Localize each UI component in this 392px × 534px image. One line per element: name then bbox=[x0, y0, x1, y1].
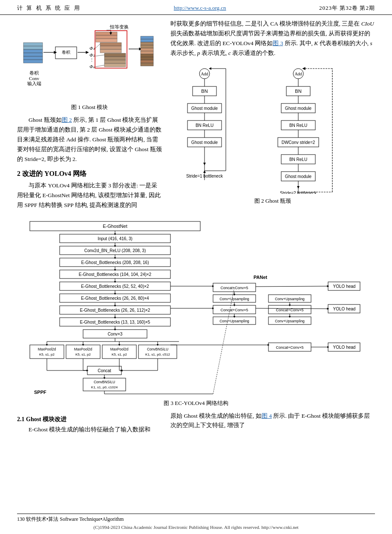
svg-text:BN: BN bbox=[295, 89, 301, 94]
svg-rect-37 bbox=[141, 42, 153, 45]
section21-heading: 2.1 Ghost 模块改进 bbox=[17, 416, 162, 423]
svg-rect-43 bbox=[141, 60, 153, 63]
svg-text:E-GhostNet: E-GhostNet bbox=[103, 224, 127, 229]
svg-rect-23 bbox=[104, 53, 126, 57]
svg-text:⋮: ⋮ bbox=[89, 57, 94, 63]
svg-text:卷积: 卷积 bbox=[29, 70, 39, 75]
svg-text:Ghost module: Ghost module bbox=[285, 174, 312, 179]
svg-text:Input (416, 416, 3): Input (416, 416, 3) bbox=[98, 236, 133, 241]
svg-rect-38 bbox=[141, 45, 153, 48]
svg-rect-8 bbox=[23, 43, 43, 46]
svg-text:输入端: 输入端 bbox=[27, 81, 41, 86]
svg-text:K5, s1, p2: K5, s1, p2 bbox=[39, 353, 55, 356]
right-column: 时获取更多的细节特征信息, 二是引入 CA 模块增强特征的关注度, 三是在 CI… bbox=[170, 19, 375, 213]
svg-text:Concat+Conv×5: Concat+Conv×5 bbox=[220, 308, 248, 312]
figure1-caption: 图 1 Ghost 模块 bbox=[17, 103, 162, 111]
svg-rect-41 bbox=[141, 54, 153, 57]
svg-text:Conv: Conv bbox=[29, 76, 39, 81]
footer-page-info: 130 软件技术•算法 Software Technique•Algorithm bbox=[17, 514, 375, 523]
page-header: 计 算 机 系 统 应 用 http://www.c-s-a.org.cn 20… bbox=[0, 0, 392, 15]
svg-line-30 bbox=[95, 44, 100, 49]
svg-rect-40 bbox=[141, 51, 153, 54]
figure3-caption: 图 3 EC-YOLOv4 网络结构 bbox=[17, 399, 375, 407]
svg-text:Φₙ: Φₙ bbox=[89, 64, 95, 69]
svg-rect-39 bbox=[141, 48, 153, 51]
svg-text:Conv×3: Conv×3 bbox=[108, 332, 123, 336]
section2-heading: 2 改进的 YOLOv4 网络 bbox=[17, 169, 162, 178]
svg-rect-22 bbox=[100, 49, 121, 53]
svg-text:K1, s1, p0, c1024: K1, s1, p0, c1024 bbox=[91, 385, 118, 389]
svg-text:BN ReLU: BN ReLU bbox=[289, 157, 307, 162]
svg-rect-35 bbox=[141, 36, 153, 39]
svg-rect-17 bbox=[96, 32, 117, 35]
section21-left: 2.1 Ghost 模块改进 E-Ghost 模块生成的输出特征融合了输入数据和 bbox=[17, 411, 162, 437]
svg-text:MaxPool2d: MaxPool2d bbox=[74, 347, 92, 351]
left-column: 输入端 卷积 Conv 卷积 bbox=[17, 19, 162, 213]
svg-rect-19 bbox=[96, 39, 117, 42]
svg-text:BN ReLU: BN ReLU bbox=[289, 123, 307, 128]
svg-text:YOLO head: YOLO head bbox=[333, 284, 356, 289]
svg-rect-18 bbox=[96, 35, 117, 39]
para-sec21-left: E-Ghost 模块生成的输出特征融合了输入数据和 bbox=[17, 425, 162, 435]
svg-text:Φ₂: Φ₂ bbox=[89, 52, 95, 57]
svg-text:BN ReLU: BN ReLU bbox=[196, 123, 213, 128]
svg-text:DWConv stride=2: DWConv stride=2 bbox=[282, 140, 315, 145]
svg-text:E-Ghost_Bottlenecks (52, 52, 4: E-Ghost_Bottlenecks (52, 52, 40)×2 bbox=[81, 284, 149, 289]
svg-text:Stride=1 bottleneck: Stride=1 bottleneck bbox=[186, 174, 223, 178]
svg-text:Conv2d_BN_ReLU (208, 208, 3): Conv2d_BN_ReLU (208, 208, 3) bbox=[84, 248, 146, 253]
svg-rect-44 bbox=[141, 63, 153, 66]
svg-rect-3 bbox=[23, 60, 43, 63]
para-ghost-bottle: Ghost 瓶颈如图 2 所示, 第 1 层 Ghost 模块充当扩展层用于增加… bbox=[17, 115, 162, 164]
svg-text:Add: Add bbox=[294, 72, 302, 76]
svg-text:Concat+Conv×5: Concat+Conv×5 bbox=[220, 286, 248, 290]
svg-text:Φ₁: Φ₁ bbox=[89, 46, 95, 51]
svg-text:YOLO head: YOLO head bbox=[333, 307, 356, 311]
svg-text:Conv+Upsampling: Conv+Upsampling bbox=[219, 297, 249, 301]
section21-right: 原始 Ghost 模块生成的输出特征, 如图 4 所示. 由于 E-Ghost … bbox=[170, 411, 375, 437]
figure2-area: Add BN Ghost module bbox=[170, 62, 375, 205]
footer-copyright: (C)1994-2023 China Academic Journal Elec… bbox=[17, 525, 375, 530]
svg-text:Ghost module: Ghost module bbox=[191, 140, 218, 145]
svg-text:MaxPool2d: MaxPool2d bbox=[110, 347, 129, 351]
svg-text:Conv+Upsampling: Conv+Upsampling bbox=[275, 297, 305, 301]
svg-text:Stride=2 bottleneck: Stride=2 bottleneck bbox=[280, 191, 317, 194]
svg-rect-36 bbox=[141, 39, 153, 42]
svg-text:E-Ghost_Bottlenecks (104, 104,: E-Ghost_Bottlenecks (104, 104, 24)×2 bbox=[79, 272, 152, 277]
svg-text:SPPF: SPPF bbox=[34, 390, 46, 395]
svg-text:Conv+Upsampling: Conv+Upsampling bbox=[275, 319, 305, 323]
svg-text:Add: Add bbox=[201, 72, 208, 76]
svg-text:Concat+Conv×5: Concat+Conv×5 bbox=[276, 345, 303, 350]
svg-line-188 bbox=[256, 286, 328, 287]
svg-line-32 bbox=[95, 65, 104, 67]
header-center: http://www.c-s-a.org.cn bbox=[174, 5, 226, 11]
svg-text:E-Ghost_Bottlenecks (26, 26, 8: E-Ghost_Bottlenecks (26, 26, 80)×4 bbox=[81, 296, 149, 301]
svg-text:E-Ghost_Bottlenecks (13, 13, 1: E-Ghost_Bottlenecks (13, 13, 160)×5 bbox=[80, 320, 150, 324]
svg-text:MaxPool2d: MaxPool2d bbox=[38, 347, 56, 351]
svg-rect-42 bbox=[141, 57, 153, 60]
svg-text:ConvBNSiLU: ConvBNSiLU bbox=[147, 347, 168, 351]
svg-text:YOLO head: YOLO head bbox=[333, 345, 356, 350]
svg-line-189 bbox=[256, 308, 328, 309]
svg-rect-4 bbox=[23, 56, 43, 60]
svg-rect-5 bbox=[23, 53, 43, 56]
page-footer: 130 软件技术•算法 Software Technique•Algorithm… bbox=[0, 514, 392, 530]
svg-text:Conv+Upsampling: Conv+Upsampling bbox=[219, 319, 249, 323]
figure1-svg: 输入端 卷积 Conv 卷积 bbox=[21, 19, 158, 100]
svg-text:ConvBNSiLU: ConvBNSiLU bbox=[94, 380, 115, 384]
svg-rect-21 bbox=[100, 46, 121, 49]
svg-text:Ghost module: Ghost module bbox=[191, 106, 218, 111]
svg-line-187 bbox=[213, 287, 234, 394]
svg-text:K5, s1, p2: K5, s1, p2 bbox=[75, 353, 91, 356]
svg-text:K5, s1, p2: K5, s1, p2 bbox=[112, 353, 127, 356]
svg-text:BN: BN bbox=[201, 89, 208, 94]
figure3-svg: E-GhostNet Input (416, 416, 3) Conv2d_BN… bbox=[17, 217, 375, 396]
svg-rect-26 bbox=[104, 63, 126, 67]
svg-text:E-Ghost_Bottlenecks (208, 208,: E-Ghost_Bottlenecks (208, 208, 16) bbox=[81, 260, 149, 265]
figure1-area: 输入端 卷积 Conv 卷积 bbox=[17, 19, 162, 111]
svg-text:E-Ghost_Bottlenecks (26, 26, 1: E-Ghost_Bottlenecks (26, 26, 112)×2 bbox=[80, 308, 150, 313]
svg-text:卷积: 卷积 bbox=[62, 50, 70, 55]
para-sec2: 与原本 YOLOv4 网络相比主要 3 部分改进: 一是采用轻量化 E-Ghos… bbox=[17, 181, 162, 210]
svg-text:Concat: Concat bbox=[98, 368, 111, 373]
svg-rect-6 bbox=[23, 49, 43, 53]
figure2-svg: Add BN Ghost module bbox=[170, 62, 345, 194]
